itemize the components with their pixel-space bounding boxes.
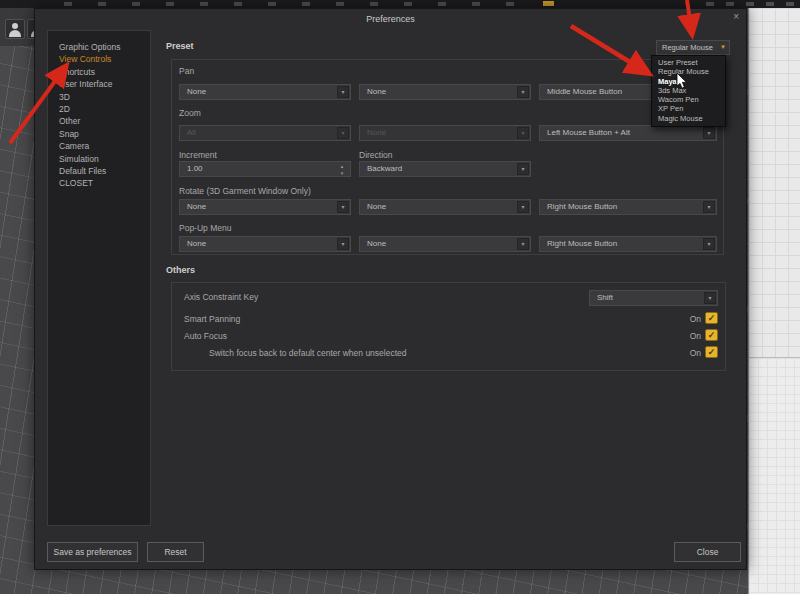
auto-focus-state: On bbox=[690, 331, 701, 341]
pan-modifier-dropdown[interactable]: None ▾ bbox=[359, 84, 531, 100]
others-panel: Axis Constraint Key Shift ▾ Smart Pannin… bbox=[171, 282, 726, 371]
popup-menu-label: Pop-Up Menu bbox=[179, 223, 231, 233]
2d-grid-lower bbox=[749, 358, 800, 594]
sidebar-item-other[interactable]: Other bbox=[59, 115, 150, 127]
smart-panning-checkbox[interactable]: ✓ bbox=[705, 312, 718, 324]
pan-label: Pan bbox=[179, 66, 194, 76]
sidebar-item-camera[interactable]: Camera bbox=[59, 140, 150, 152]
preset-select[interactable]: Regular Mouse ▼ bbox=[656, 40, 730, 55]
sidebar-item-default-files[interactable]: Default Files bbox=[59, 165, 150, 177]
toolbar-icon[interactable] bbox=[438, 2, 446, 6]
rotate-gesture-dropdown[interactable]: None ▾ bbox=[179, 199, 351, 215]
pan-gesture-dropdown[interactable]: None ▾ bbox=[179, 84, 351, 100]
sidebar-item-simulation[interactable]: Simulation bbox=[59, 153, 150, 165]
person-icon bbox=[12, 23, 18, 29]
menu-item-3ds-max[interactable]: 3ds Max bbox=[652, 86, 725, 95]
toolbar-icon[interactable] bbox=[404, 2, 412, 6]
axis-constraint-label: Axis Constraint Key bbox=[184, 292, 258, 302]
sidebar-item-user-interface[interactable]: User Interface bbox=[59, 78, 150, 90]
switch-focus-label: Switch focus back to default center when… bbox=[209, 348, 407, 358]
rotate-button-dropdown[interactable]: Right Mouse Button ▾ bbox=[539, 199, 717, 215]
sidebar-item-shortcuts[interactable]: Shortcuts bbox=[59, 66, 150, 78]
2d-grid-upper bbox=[749, 8, 800, 358]
chevron-down-icon[interactable]: ▾ bbox=[703, 238, 715, 250]
chevron-down-icon[interactable]: ▾ bbox=[703, 127, 715, 139]
direction-dropdown[interactable]: Backward ▾ bbox=[359, 161, 531, 177]
sidebar-item-snap[interactable]: Snap bbox=[59, 128, 150, 140]
popup-gesture-dropdown[interactable]: None ▾ bbox=[179, 236, 351, 252]
reset-button[interactable]: Reset bbox=[147, 542, 204, 562]
sidebar-item-graphic-options[interactable]: Graphic Options bbox=[59, 41, 150, 53]
main-toolbar-strip bbox=[0, 0, 800, 8]
sidebar-item-closet[interactable]: CLOSET bbox=[59, 177, 150, 189]
toolbar-icon[interactable] bbox=[336, 2, 344, 6]
chevron-down-icon: ▼ bbox=[720, 41, 726, 54]
menu-item-xp-pen[interactable]: XP Pen bbox=[652, 104, 725, 113]
preset-panel: Pan None ▾ None ▾ Middle Mouse Button ▾ … bbox=[171, 59, 724, 255]
chevron-down-icon[interactable]: ▾ bbox=[517, 201, 529, 213]
chevron-down-icon[interactable]: ▾ bbox=[337, 86, 349, 98]
toolbar-icon[interactable] bbox=[746, 2, 754, 6]
chevron-down-icon[interactable]: ▾ bbox=[337, 201, 349, 213]
toolbar-icon[interactable] bbox=[506, 2, 514, 6]
menu-item-user-preset[interactable]: User Preset bbox=[652, 58, 725, 67]
sidebar-item-2d[interactable]: 2D bbox=[59, 103, 150, 115]
chevron-down-icon[interactable]: ▾ bbox=[517, 86, 529, 98]
sidebar-item-3d[interactable]: 3D bbox=[59, 91, 150, 103]
chevron-down-icon[interactable]: ▾ bbox=[703, 201, 715, 213]
others-section-header: Others bbox=[166, 265, 195, 275]
avatar-user-icon[interactable] bbox=[5, 19, 25, 39]
auto-focus-label: Auto Focus bbox=[184, 331, 227, 341]
chevron-down-icon[interactable]: ▾ bbox=[337, 238, 349, 250]
preset-select-menu: User Preset Regular Mouse Maya 3ds Max W… bbox=[651, 55, 726, 127]
spinner-arrows-icon[interactable]: ▴▾ bbox=[337, 163, 347, 176]
toolbar-icon[interactable] bbox=[302, 2, 310, 6]
zoom-button-dropdown[interactable]: Left Mouse Button + Alt ▾ bbox=[539, 125, 717, 141]
menu-item-magic-mouse[interactable]: Magic Mouse bbox=[652, 114, 725, 123]
direction-label: Direction bbox=[359, 150, 393, 160]
auto-focus-checkbox[interactable]: ✓ bbox=[705, 329, 718, 341]
preferences-sidebar: Graphic Options View Controls Shortcuts … bbox=[47, 30, 151, 526]
toolbar-icon[interactable] bbox=[166, 2, 174, 6]
smart-panning-label: Smart Panning bbox=[184, 314, 240, 324]
toolbar-icon[interactable] bbox=[786, 2, 794, 6]
menu-item-regular-mouse[interactable]: Regular Mouse bbox=[652, 67, 725, 76]
toolbar-icon[interactable] bbox=[726, 2, 734, 6]
close-icon[interactable]: × bbox=[733, 12, 739, 22]
person-icon bbox=[9, 30, 21, 37]
switch-focus-checkbox[interactable]: ✓ bbox=[705, 346, 718, 358]
menu-item-maya[interactable]: Maya bbox=[652, 77, 725, 86]
toolbar-icon[interactable] bbox=[370, 2, 378, 6]
chevron-down-icon[interactable]: ▾ bbox=[517, 238, 529, 250]
rotate-modifier-dropdown[interactable]: None ▾ bbox=[359, 199, 531, 215]
zoom-gesture-dropdown: All ▾ bbox=[179, 125, 351, 141]
2d-pattern-panel[interactable] bbox=[748, 8, 800, 594]
toolbar-icon[interactable] bbox=[98, 2, 106, 6]
toolbar-icon[interactable] bbox=[234, 2, 242, 6]
axis-constraint-dropdown[interactable]: Shift ▾ bbox=[589, 290, 718, 306]
increment-stepper[interactable]: 1.00 ▴▾ bbox=[179, 161, 351, 177]
active-tool-icon[interactable] bbox=[543, 1, 554, 6]
menu-item-wacom-pen[interactable]: Wacom Pen bbox=[652, 95, 725, 104]
popup-button-dropdown[interactable]: Right Mouse Button ▾ bbox=[539, 236, 717, 252]
toolbar-icon[interactable] bbox=[706, 2, 714, 6]
rotate-label: Rotate (3D Garment Window Only) bbox=[179, 186, 311, 196]
chevron-down-icon: ▾ bbox=[337, 127, 349, 139]
chevron-down-icon[interactable]: ▾ bbox=[704, 292, 716, 304]
toolbar-icon[interactable] bbox=[268, 2, 276, 6]
toolbar-icon[interactable] bbox=[766, 2, 774, 6]
close-button[interactable]: Close bbox=[674, 542, 741, 562]
toolbar-icon[interactable] bbox=[64, 2, 72, 6]
popup-modifier-dropdown[interactable]: None ▾ bbox=[359, 236, 531, 252]
zoom-modifier-dropdown: None ▾ bbox=[359, 125, 531, 141]
chevron-down-icon[interactable]: ▾ bbox=[517, 163, 529, 175]
zoom-label: Zoom bbox=[179, 108, 201, 118]
save-as-preferences-button[interactable]: Save as preferences bbox=[47, 542, 138, 562]
sidebar-item-view-controls[interactable]: View Controls bbox=[59, 53, 150, 65]
smart-panning-state: On bbox=[690, 314, 701, 324]
toolbar-icon[interactable] bbox=[132, 2, 140, 6]
toolbar-icon[interactable] bbox=[472, 2, 480, 6]
increment-label: Increment bbox=[179, 150, 217, 160]
toolbar-icon[interactable] bbox=[200, 2, 208, 6]
switch-focus-state: On bbox=[690, 348, 701, 358]
